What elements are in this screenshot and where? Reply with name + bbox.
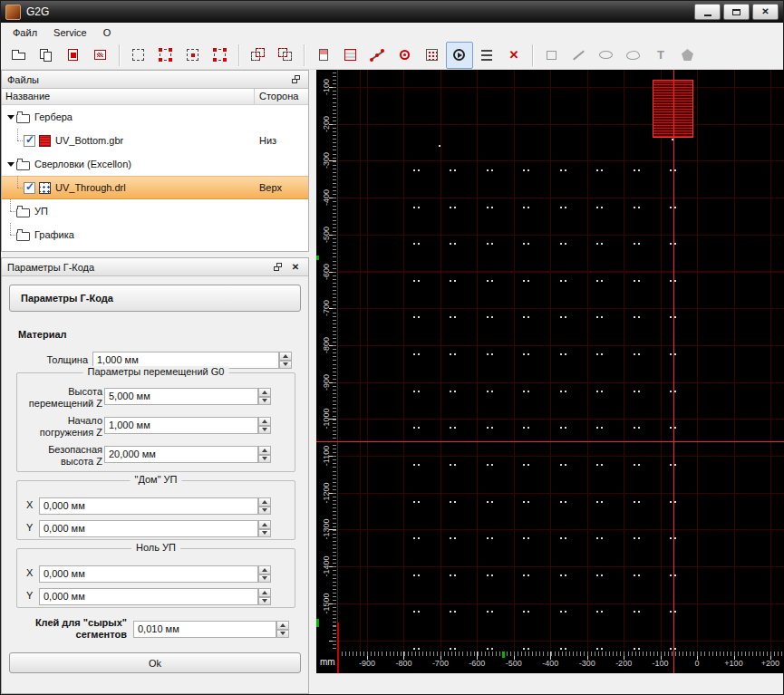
drill-dot bbox=[450, 280, 451, 282]
g0-plunge-input[interactable]: 1,000 мм bbox=[104, 417, 258, 434]
spin-up-button[interactable] bbox=[258, 565, 271, 574]
zero-x-spinner[interactable] bbox=[258, 565, 271, 583]
thickness-spinner[interactable] bbox=[279, 352, 292, 369]
polyline-button[interactable] bbox=[364, 42, 392, 69]
glue-input[interactable]: 0,010 мм bbox=[133, 621, 276, 638]
drill-dot bbox=[601, 391, 603, 392]
workspace-canvas[interactable]: -100-200-300-400-500-600-700-800-900-100… bbox=[316, 70, 784, 673]
layer-checkbox[interactable]: ✓ bbox=[24, 135, 35, 147]
spin-up-button[interactable] bbox=[258, 446, 271, 455]
drill-grid-button[interactable] bbox=[419, 42, 446, 69]
menu-service[interactable]: Service bbox=[45, 24, 95, 41]
spin-up-button[interactable] bbox=[258, 520, 271, 529]
drill-dot bbox=[454, 207, 456, 208]
g0-height-spinner[interactable] bbox=[258, 388, 271, 405]
window-title: G2G bbox=[26, 5, 49, 18]
files-float-button[interactable] bbox=[288, 73, 303, 86]
spin-up-button[interactable] bbox=[258, 388, 271, 397]
maximize-button[interactable] bbox=[723, 4, 750, 20]
drill-dot bbox=[601, 243, 603, 245]
spin-up-button[interactable] bbox=[258, 417, 271, 426]
check-icon: ✓ bbox=[25, 133, 34, 146]
column-header-name[interactable]: Название bbox=[2, 89, 255, 104]
tree-row-drills[interactable]: Сверловки (Excellon) bbox=[2, 152, 308, 176]
drill-dot bbox=[634, 611, 635, 613]
two-frames-a-button[interactable] bbox=[245, 42, 272, 69]
expander-icon[interactable] bbox=[5, 162, 16, 167]
spin-up-button[interactable] bbox=[258, 497, 271, 507]
image-frame-button[interactable] bbox=[337, 42, 364, 69]
drill-dot bbox=[638, 169, 640, 171]
zero-x-input[interactable]: 0,000 мм bbox=[39, 565, 258, 583]
shape-polygon-button[interactable] bbox=[674, 42, 702, 69]
folder-icon bbox=[16, 206, 30, 217]
drill-dot bbox=[454, 648, 456, 650]
tree-row-uv-through[interactable]: ✓ UV_Through.drl Верх bbox=[2, 176, 308, 199]
home-x-input[interactable]: 0,000 мм bbox=[39, 497, 258, 515]
zero-y-spinner[interactable] bbox=[258, 588, 271, 605]
home-x-spinner[interactable] bbox=[258, 497, 271, 515]
tree-row-gerbers[interactable]: Гербера bbox=[2, 105, 308, 129]
target-icon bbox=[397, 47, 413, 63]
drill-dot bbox=[565, 574, 566, 576]
home-y-spinner[interactable] bbox=[258, 520, 271, 537]
tree-row-uv-bottom[interactable]: ✓ UV_Bottom.gbr Низ bbox=[2, 129, 308, 152]
column-header-side[interactable]: Сторона bbox=[255, 89, 308, 104]
two-frames-b-button[interactable] bbox=[272, 42, 299, 69]
simulate-button[interactable] bbox=[446, 42, 473, 69]
params-header-button[interactable]: Параметры Г-Кода bbox=[9, 285, 301, 312]
spin-down-button[interactable] bbox=[258, 507, 271, 516]
spin-down-button[interactable] bbox=[258, 426, 271, 435]
menu-about[interactable]: О bbox=[95, 24, 120, 41]
import-file-button[interactable] bbox=[60, 42, 87, 69]
g0-plunge-spinner[interactable] bbox=[258, 417, 271, 434]
spin-down-button[interactable] bbox=[279, 361, 292, 370]
select-mirror-button[interactable] bbox=[207, 42, 234, 69]
zero-y-input[interactable]: 0,000 мм bbox=[39, 588, 258, 605]
transform-red-button[interactable] bbox=[500, 42, 528, 69]
tree-row-up[interactable]: УП bbox=[2, 199, 308, 223]
x-axis-label: -700 bbox=[422, 659, 459, 668]
minimize-button[interactable] bbox=[694, 4, 721, 20]
shape-square-button[interactable] bbox=[538, 42, 566, 69]
g0-height-input[interactable]: 5,000 мм bbox=[104, 388, 258, 405]
spin-down-button[interactable] bbox=[258, 455, 271, 464]
menu-file[interactable]: Файл bbox=[5, 24, 45, 41]
drill-dot bbox=[638, 207, 640, 208]
shape-ellipse-button[interactable] bbox=[593, 42, 620, 69]
doc-red-button[interactable] bbox=[310, 42, 337, 69]
spin-down-button[interactable] bbox=[276, 630, 289, 639]
shape-blob-button[interactable] bbox=[620, 42, 647, 69]
drill-dot bbox=[413, 611, 415, 613]
frame-red-button[interactable] bbox=[87, 42, 114, 69]
spin-up-button[interactable] bbox=[276, 621, 289, 630]
select-corners-button[interactable] bbox=[152, 42, 179, 69]
gcode-list-button[interactable] bbox=[473, 42, 500, 69]
target-button[interactable] bbox=[392, 42, 419, 69]
spin-down-button[interactable] bbox=[258, 529, 271, 538]
shape-line-button[interactable] bbox=[566, 42, 593, 69]
g0-safe-input[interactable]: 20,000 мм bbox=[104, 446, 258, 463]
tree-row-graphics[interactable]: Графика bbox=[2, 223, 308, 246]
expander-icon[interactable] bbox=[5, 115, 16, 120]
spin-down-button[interactable] bbox=[258, 397, 271, 406]
select-move-button[interactable] bbox=[179, 42, 207, 69]
spin-up-button[interactable] bbox=[279, 352, 292, 361]
select-rect-button[interactable] bbox=[125, 42, 152, 69]
params-float-button[interactable] bbox=[270, 261, 285, 274]
spin-down-button[interactable] bbox=[258, 597, 271, 606]
spin-down-button[interactable] bbox=[258, 574, 271, 584]
ok-button[interactable]: Ok bbox=[9, 652, 301, 673]
close-button[interactable]: ✕ bbox=[752, 4, 779, 20]
layer-checkbox[interactable]: ✓ bbox=[24, 182, 35, 194]
params-close-button[interactable]: ✕ bbox=[288, 261, 303, 274]
open-file-button[interactable] bbox=[5, 42, 33, 69]
spin-up-button[interactable] bbox=[258, 588, 271, 597]
copy-files-button[interactable] bbox=[33, 42, 60, 69]
home-y-input[interactable]: 0,000 мм bbox=[39, 520, 258, 537]
plot-grid[interactable] bbox=[338, 70, 784, 652]
g0-safe-spinner[interactable] bbox=[258, 446, 271, 463]
glue-spinner[interactable] bbox=[276, 621, 289, 638]
drill-dot bbox=[670, 574, 672, 576]
shape-text-button[interactable] bbox=[647, 42, 674, 69]
